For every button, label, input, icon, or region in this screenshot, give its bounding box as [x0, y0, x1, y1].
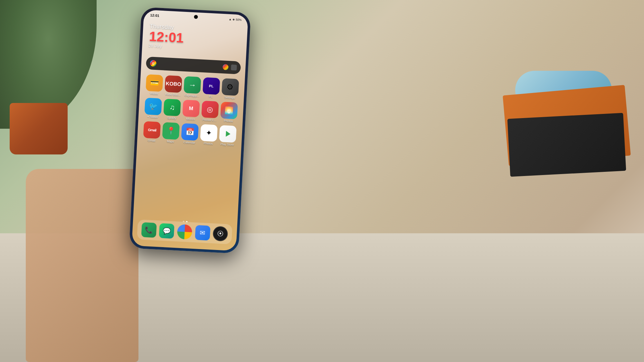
settings-icon[interactable]: ⚙: [221, 78, 239, 96]
dock-item-camera[interactable]: ⦿: [212, 226, 229, 242]
book-dark: [507, 113, 626, 177]
search-bar[interactable]: G: [146, 57, 241, 74]
app-row-3: Gmail Gmail 📍 Maps 📅 Calendar ✦ Photos: [142, 121, 238, 147]
citymapper-label: Citymapp...: [185, 94, 199, 98]
dock-camera-icon[interactable]: ⦿: [213, 226, 228, 241]
spotify-icon[interactable]: ♫: [164, 99, 181, 116]
app-item-gmail[interactable]: Gmail Gmail: [142, 121, 162, 143]
photos-mi-label: Photos: [224, 119, 233, 123]
playstore-label: Play Store: [220, 143, 234, 147]
dock-phone-icon[interactable]: 📞: [141, 222, 156, 238]
status-icons: ▲ ◈ 50%: [229, 18, 242, 22]
phone-screen[interactable]: 12:01 ▲ ◈ 50% Thursday 12:01 28 July G: [132, 10, 248, 251]
photos-mi-icon[interactable]: 🌅: [220, 102, 238, 119]
playstore-icon[interactable]: [219, 125, 237, 143]
calendar-label: Calendar: [183, 141, 195, 145]
app-row-1: 💳 Wallet KOBO Kobo Boo... → Citymapp... …: [145, 74, 240, 100]
app-item-wallet[interactable]: 💳 Wallet: [145, 74, 165, 96]
settings-label: Settings: [224, 96, 235, 100]
dock-chrome-icon[interactable]: [177, 224, 192, 239]
app-item-photos-mi[interactable]: 🌅 Photos: [219, 102, 239, 124]
app-item-citymapper[interactable]: → Citymapp...: [182, 76, 202, 98]
google-g-icon: G: [150, 60, 156, 67]
photos2-label: Photos: [204, 142, 213, 145]
signal-icon: ▲: [229, 18, 232, 21]
search-spacer: [159, 64, 220, 67]
dock-item-phone[interactable]: 📞: [140, 222, 157, 238]
app-item-photos2[interactable]: ✦ Photos: [199, 124, 219, 146]
app-item-kobo[interactable]: KOBO Kobo Boo...: [163, 75, 183, 97]
pocket-icon[interactable]: ◎: [201, 101, 219, 118]
pl-label: PL: [209, 95, 213, 98]
app-item-calendar[interactable]: 📅 Calendar: [180, 123, 200, 145]
app-item-maps[interactable]: 📍 Maps: [161, 122, 181, 144]
app-item-pl[interactable]: PL PL: [201, 77, 221, 99]
app-row-2: 🐦 • Twitter ♫ Spotify M Monzo ◎ Pocket C…: [143, 97, 239, 123]
search-camera-icon[interactable]: [231, 64, 237, 70]
app-item-playstore[interactable]: Play Store: [218, 125, 238, 147]
twitter-icon[interactable]: 🐦: [145, 98, 162, 116]
pocket-label: Pocket C...: [202, 118, 216, 122]
wallet-icon[interactable]: 💳: [146, 74, 164, 92]
dock-item-messages[interactable]: ✉: [194, 225, 211, 241]
app-item-twitter[interactable]: 🐦 • Twitter: [143, 97, 163, 119]
monzo-label: Monzo: [186, 117, 195, 121]
photos2-icon[interactable]: ✦: [200, 124, 218, 142]
play-triangle: [226, 131, 231, 137]
dock-item-whatsapp[interactable]: 💬: [158, 223, 175, 239]
dock: 📞 💬 ✉ ⦿: [137, 219, 232, 244]
dock-whatsapp-icon[interactable]: 💬: [159, 223, 175, 238]
kobo-label: Kobo Boo...: [165, 93, 181, 97]
hand: [26, 169, 138, 362]
clock-widget: Thursday 12:01 28 July: [148, 23, 184, 50]
dock-messages-icon[interactable]: ✉: [195, 225, 210, 240]
maps-icon[interactable]: 📍: [162, 122, 180, 140]
wifi-icon: ◈: [232, 18, 235, 21]
status-time: 12:01: [150, 13, 159, 17]
monzo-icon[interactable]: M: [182, 100, 200, 117]
phone-outer: 12:01 ▲ ◈ 50% Thursday 12:01 28 July G: [129, 7, 251, 254]
app-item-pocket[interactable]: ◎ Pocket C...: [200, 101, 220, 123]
clock-time: 12:01: [149, 30, 184, 45]
app-item-spotify[interactable]: ♫ Spotify: [162, 98, 182, 120]
pl-icon[interactable]: PL: [203, 77, 220, 95]
twitter-label: • Twitter: [147, 116, 158, 119]
kobo-icon[interactable]: KOBO: [165, 75, 182, 93]
gmail-label: Gmail: [148, 139, 156, 143]
phone-wrapper: 12:01 ▲ ◈ 50% Thursday 12:01 28 July G: [129, 7, 251, 254]
plant-pot: [10, 103, 68, 154]
battery-icon: 50%: [236, 18, 242, 22]
spotify-label: Spotify: [167, 116, 176, 120]
app-item-monzo[interactable]: M Monzo: [181, 99, 201, 121]
gmail-icon[interactable]: Gmail: [143, 121, 161, 139]
books-area: [467, 64, 628, 193]
calendar-icon[interactable]: 📅: [181, 123, 199, 141]
maps-label: Maps: [167, 140, 174, 144]
app-item-settings[interactable]: ⚙ Settings: [220, 78, 240, 100]
app-grid: 💳 Wallet KOBO Kobo Boo... → Citymapp... …: [142, 74, 240, 150]
dock-item-chrome[interactable]: [176, 224, 193, 240]
citymapper-icon[interactable]: →: [184, 76, 201, 94]
wallet-label: Wallet: [150, 92, 158, 96]
search-mic-icon[interactable]: [223, 64, 229, 70]
